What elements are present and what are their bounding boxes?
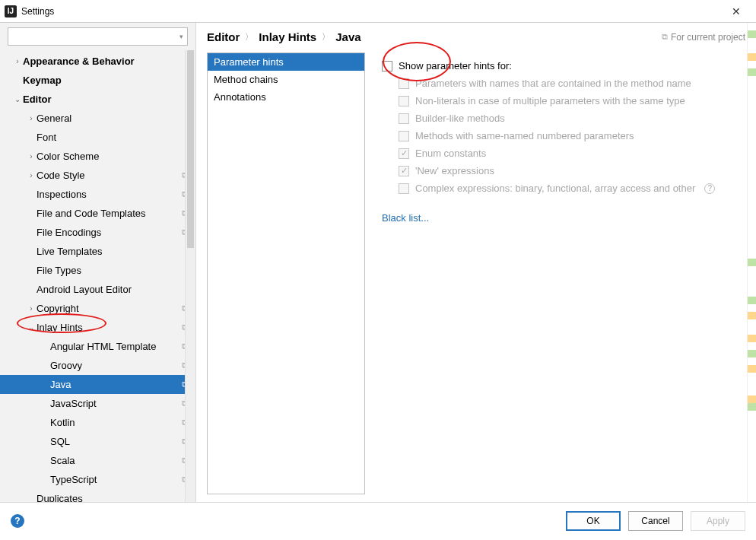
tree-item-label: File and Code Templates bbox=[37, 208, 179, 219]
window-title: Settings bbox=[21, 6, 721, 17]
category-item[interactable]: Method chains bbox=[208, 71, 364, 88]
option-label: 'New' expressions bbox=[415, 165, 494, 176]
tree-item-label: Scala bbox=[50, 455, 179, 466]
tree-item[interactable]: File Encodings⧉ bbox=[0, 223, 195, 242]
option-label: Non-literals in case of multiple paramet… bbox=[415, 95, 685, 106]
chevron-down-icon[interactable]: ⌄ bbox=[12, 95, 23, 103]
tree-item-label: Color Scheme bbox=[37, 151, 188, 162]
hint-category-list[interactable]: Parameter hintsMethod chainsAnnotations bbox=[207, 52, 365, 494]
option-label: Builder-like methods bbox=[415, 113, 505, 124]
help-button[interactable]: ? bbox=[11, 514, 24, 528]
tree-item[interactable]: Scala⧉ bbox=[0, 451, 195, 470]
titlebar: IJ Settings ✕ bbox=[0, 0, 756, 23]
category-item[interactable]: Parameter hints bbox=[208, 53, 364, 71]
show-parameter-hints-label: Show parameter hints for: bbox=[399, 60, 512, 71]
option-checkbox bbox=[399, 96, 409, 106]
tree-item[interactable]: ⌄Inlay Hints⧉ bbox=[0, 318, 195, 337]
chevron-right-icon[interactable]: › bbox=[12, 57, 23, 65]
tree-item[interactable]: ›Appearance & Behavior bbox=[0, 52, 195, 71]
option-row: Methods with same-named numbered paramet… bbox=[382, 127, 745, 145]
option-checkbox: ✓ bbox=[399, 166, 409, 176]
tree-item[interactable]: Inspections⧉ bbox=[0, 185, 195, 204]
option-label: Complex expressions: binary, functional,… bbox=[415, 183, 695, 194]
tree-item[interactable]: ›Code Style⧉ bbox=[0, 166, 195, 185]
tree-item[interactable]: JavaScript⧉ bbox=[0, 394, 195, 413]
tree-item[interactable]: Kotlin⧉ bbox=[0, 413, 195, 432]
tree-item-label: Keymap bbox=[23, 75, 188, 86]
breadcrumb-part[interactable]: Editor bbox=[207, 30, 240, 43]
tree-item[interactable]: File and Code Templates⧉ bbox=[0, 204, 195, 223]
option-label: Enum constants bbox=[415, 148, 486, 159]
project-scope-note: ⧉ For current project bbox=[662, 32, 745, 43]
tree-item-label: File Encodings bbox=[37, 227, 179, 238]
tree-item-label: Appearance & Behavior bbox=[23, 56, 188, 67]
tree-item-label: Duplicates bbox=[37, 493, 188, 502]
option-checkbox bbox=[399, 78, 409, 89]
black-list-link[interactable]: Black list... bbox=[382, 212, 745, 224]
tree-item-label: JavaScript bbox=[50, 398, 179, 409]
tree-item[interactable]: Keymap bbox=[0, 71, 195, 90]
breadcrumb-part[interactable]: Inlay Hints bbox=[259, 30, 316, 43]
settings-tree[interactable]: ›Appearance & BehaviorKeymap⌄Editor›Gene… bbox=[0, 50, 195, 502]
tree-item-label: Code Style bbox=[37, 170, 179, 181]
apply-button: Apply bbox=[691, 511, 745, 531]
option-label: Parameters with names that are contained… bbox=[415, 78, 691, 89]
help-icon[interactable]: ? bbox=[704, 183, 715, 194]
sidebar-scrollbar-thumb[interactable] bbox=[187, 50, 194, 248]
close-button[interactable]: ✕ bbox=[721, 1, 751, 22]
tree-item-label: Android Layout Editor bbox=[37, 284, 188, 295]
tree-item[interactable]: Android Layout Editor bbox=[0, 280, 195, 299]
show-parameter-hints-checkbox[interactable] bbox=[382, 61, 392, 71]
tree-item[interactable]: TypeScript⧉ bbox=[0, 470, 195, 489]
breadcrumb: Editor 〉 Inlay Hints 〉 Java bbox=[207, 30, 662, 43]
option-checkbox bbox=[399, 113, 409, 124]
option-checkbox bbox=[399, 131, 409, 141]
chevron-down-icon[interactable]: ⌄ bbox=[26, 323, 37, 332]
tree-item[interactable]: Duplicates bbox=[0, 489, 195, 502]
cancel-button[interactable]: Cancel bbox=[628, 511, 683, 531]
tree-item[interactable]: Font bbox=[0, 128, 195, 147]
tree-item-label: Font bbox=[37, 132, 188, 143]
tree-item[interactable]: ›Color Scheme bbox=[0, 147, 195, 166]
chevron-right-icon[interactable]: › bbox=[26, 171, 37, 179]
tree-item[interactable]: File Types bbox=[0, 261, 195, 280]
option-checkbox: ✓ bbox=[399, 148, 409, 159]
settings-sidebar: ⌕ ▾ ›Appearance & BehaviorKeymap⌄Editor›… bbox=[0, 23, 196, 502]
tree-item[interactable]: Live Templates bbox=[0, 242, 195, 261]
tree-item[interactable]: Groovy⧉ bbox=[0, 356, 195, 375]
category-item[interactable]: Annotations bbox=[208, 88, 364, 106]
chevron-right-icon[interactable]: › bbox=[26, 304, 37, 313]
tree-item-label: Inlay Hints bbox=[37, 322, 179, 333]
tree-item[interactable]: Angular HTML Template⧉ bbox=[0, 337, 195, 356]
chevron-right-icon[interactable]: › bbox=[26, 152, 37, 160]
tree-item[interactable]: ⌄Editor bbox=[0, 90, 195, 109]
sidebar-scrollbar[interactable] bbox=[185, 50, 195, 502]
chevron-right-icon[interactable]: › bbox=[26, 114, 37, 122]
ok-button[interactable]: OK bbox=[566, 511, 621, 531]
tree-item[interactable]: ›Copyright⧉ bbox=[0, 299, 195, 318]
tree-item[interactable]: SQL⧉ bbox=[0, 432, 195, 451]
search-input[interactable] bbox=[8, 27, 188, 46]
option-row: Complex expressions: binary, functional,… bbox=[382, 179, 745, 197]
dialog-footer: ? OK Cancel Apply bbox=[0, 502, 756, 538]
option-checkbox bbox=[399, 183, 409, 194]
option-row: Builder-like methods bbox=[382, 110, 745, 127]
tree-item-label: Copyright bbox=[37, 303, 179, 314]
tree-item-label: Groovy bbox=[50, 360, 179, 371]
background-editor-right bbox=[747, 23, 756, 502]
option-label: Methods with same-named numbered paramet… bbox=[415, 130, 634, 141]
chevron-right-icon: 〉 bbox=[245, 31, 253, 43]
tree-item-label: File Types bbox=[37, 265, 188, 276]
tree-item-label: Java bbox=[50, 379, 179, 390]
tree-item-label: General bbox=[37, 113, 188, 124]
tree-item[interactable]: Java⧉ bbox=[0, 375, 195, 394]
app-icon: IJ bbox=[5, 5, 17, 17]
show-parameter-hints-checkbox-row: Show parameter hints for: bbox=[382, 57, 745, 75]
breadcrumb-part: Java bbox=[335, 30, 361, 43]
chevron-right-icon: 〉 bbox=[322, 31, 330, 43]
copy-icon: ⧉ bbox=[662, 32, 668, 42]
tree-item[interactable]: ›General bbox=[0, 109, 195, 128]
options-panel: Show parameter hints for: Parameters wit… bbox=[382, 52, 745, 494]
option-row: ✓'New' expressions bbox=[382, 162, 745, 179]
option-row: Non-literals in case of multiple paramet… bbox=[382, 92, 745, 110]
